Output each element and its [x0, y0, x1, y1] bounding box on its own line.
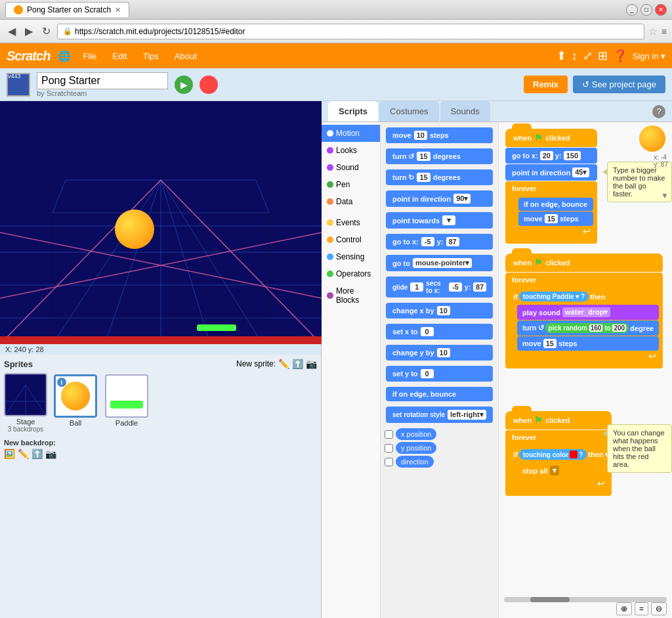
- editor-help-button[interactable]: ?: [652, 105, 665, 118]
- browser-menu-button[interactable]: ≡: [662, 26, 667, 37]
- block-set-x[interactable]: set x to 0: [385, 322, 494, 341]
- forever-block-1[interactable]: forever: [505, 181, 597, 196]
- remix-button[interactable]: Remix: [524, 76, 568, 93]
- camera-backdrop-button[interactable]: 📷: [45, 449, 56, 459]
- forward-button[interactable]: ▶: [22, 24, 35, 39]
- x-position-reporter[interactable]: x position: [385, 428, 494, 440]
- block-glide[interactable]: glide 1 secs to x: -5 y: 87: [385, 275, 494, 299]
- y-position-reporter[interactable]: y position: [385, 442, 494, 454]
- set-y-value[interactable]: 0: [421, 369, 434, 378]
- stop-button[interactable]: [200, 76, 218, 94]
- globe-icon[interactable]: 🌐: [58, 50, 71, 62]
- window-maximize-button[interactable]: □: [640, 4, 652, 16]
- block-move-steps[interactable]: move 10 steps: [385, 126, 494, 144]
- y-position-block[interactable]: y position: [396, 442, 436, 454]
- paint-backdrop-button[interactable]: 🖼️: [4, 449, 15, 459]
- rotation-style-value[interactable]: left-right▾: [448, 410, 486, 420]
- goto-xy-block-1[interactable]: go to x: 20 y: 150: [505, 148, 597, 164]
- category-control[interactable]: Control: [322, 231, 380, 248]
- move-value[interactable]: 10: [414, 131, 427, 140]
- file-menu[interactable]: File: [79, 49, 100, 64]
- refresh-button[interactable]: ↻: [39, 24, 53, 39]
- block-go-to-xy[interactable]: go to x: -5 y: 87: [385, 232, 494, 251]
- category-sensing[interactable]: Sensing: [322, 248, 380, 265]
- block-edge-bounce[interactable]: if on edge, bounce: [385, 386, 494, 403]
- back-button[interactable]: ◀: [5, 24, 18, 39]
- forever-block-3[interactable]: forever: [505, 430, 612, 445]
- edit-backdrop-button[interactable]: ✏️: [18, 449, 29, 459]
- fullscreen-icon[interactable]: ⊞: [598, 49, 608, 63]
- project-name-input[interactable]: [37, 72, 168, 89]
- upload-sprite-button[interactable]: ⬆️: [292, 359, 303, 369]
- tips-menu[interactable]: Tips: [139, 49, 163, 64]
- category-pen[interactable]: Pen: [322, 176, 380, 193]
- sign-in-button[interactable]: Sign in ▾: [633, 51, 665, 61]
- mouse-pointer-value[interactable]: mouse-pointer▾: [413, 258, 472, 268]
- glide-secs-value[interactable]: 1: [410, 282, 423, 292]
- block-change-x[interactable]: change x by 10: [385, 301, 494, 320]
- towards-value[interactable]: ▾: [442, 215, 455, 225]
- help-icon[interactable]: ❓: [613, 49, 627, 63]
- block-turn-right[interactable]: turn ↻ 15 degrees: [385, 168, 494, 187]
- goto-y-value[interactable]: 87: [446, 237, 459, 246]
- x-position-checkbox[interactable]: [385, 430, 393, 439]
- tab-scripts[interactable]: Scripts: [328, 101, 378, 121]
- turn-right-value[interactable]: 15: [417, 173, 430, 182]
- if-touching-paddle[interactable]: if touching Paddle ▾ ? then: [509, 289, 659, 304]
- upload-backdrop-button[interactable]: ⬆️: [32, 449, 43, 459]
- hat-block-2[interactable]: when ⚑ clicked: [505, 254, 663, 272]
- direction-block[interactable]: direction: [396, 456, 434, 468]
- category-looks[interactable]: Looks: [322, 142, 380, 159]
- zoom-in-button[interactable]: ⊕: [616, 602, 632, 615]
- zoom-out-button[interactable]: ⊖: [651, 602, 667, 615]
- category-operators[interactable]: Operators: [322, 265, 380, 282]
- play-sound-block[interactable]: play sound water_drop▾: [517, 305, 659, 320]
- glide-x-value[interactable]: -5: [449, 282, 462, 292]
- see-project-button[interactable]: ↺ See project page: [573, 76, 665, 93]
- tab-close-button[interactable]: ✕: [115, 6, 121, 14]
- category-more-blocks[interactable]: More Blocks: [322, 282, 380, 309]
- set-x-value[interactable]: 0: [421, 327, 434, 336]
- move-15-inner[interactable]: move 15 steps: [518, 211, 593, 226]
- green-flag-button[interactable]: ▶: [175, 76, 193, 94]
- edit-menu[interactable]: Edit: [108, 49, 131, 64]
- turn-random-block[interactable]: turn ↺ pick random 160 to 200 degree: [517, 320, 659, 336]
- camera-sprite-button[interactable]: 📷: [306, 359, 317, 369]
- direction-reporter[interactable]: direction: [385, 456, 494, 468]
- browser-tab[interactable]: Pong Starter on Scratch ✕: [5, 2, 129, 17]
- block-go-to-mouse[interactable]: go to mouse-pointer▾: [385, 254, 494, 273]
- category-motion[interactable]: Motion: [322, 125, 380, 142]
- category-sound[interactable]: Sound: [322, 159, 380, 176]
- block-point-towards[interactable]: point towards ▾: [385, 211, 494, 230]
- block-rotation-style[interactable]: set rotation style left-right▾: [385, 405, 494, 424]
- block-turn-left[interactable]: turn ↺ 15 degrees: [385, 147, 494, 166]
- tab-costumes[interactable]: Costumes: [379, 101, 439, 121]
- script-canvas[interactable]: when ⚑ clicked go to x: 20 y: 150: [499, 122, 672, 618]
- tab-sounds[interactable]: Sounds: [440, 101, 490, 121]
- window-minimize-button[interactable]: _: [626, 4, 638, 16]
- category-events[interactable]: Events: [322, 214, 380, 231]
- paint-sprite-button[interactable]: ✏️: [278, 359, 289, 369]
- y-position-checkbox[interactable]: [385, 444, 393, 452]
- block-point-direction[interactable]: point in direction 90▾: [385, 189, 494, 208]
- stage-item[interactable]: Stage 3 backdrops: [4, 373, 47, 433]
- stage-canvas[interactable]: [0, 101, 322, 344]
- move-15-block-2[interactable]: move 15 steps: [517, 336, 659, 351]
- if-touching-color[interactable]: if touching color ? then ▼: [509, 447, 608, 462]
- zoom-fit-button[interactable]: =: [635, 602, 648, 615]
- edge-bounce-inner[interactable]: if on edge, bounce: [518, 198, 593, 211]
- x-position-block[interactable]: x position: [396, 428, 436, 440]
- change-y-value[interactable]: 10: [437, 348, 450, 357]
- paddle-sprite-item[interactable]: Paddle: [104, 373, 150, 433]
- sprite-info-icon[interactable]: i: [57, 378, 66, 387]
- glide-y-value[interactable]: 87: [473, 282, 486, 292]
- arrow-icon[interactable]: ↕: [572, 49, 578, 63]
- window-close-button[interactable]: ✕: [655, 4, 667, 16]
- bookmark-button[interactable]: ☆: [648, 25, 658, 37]
- hat-block-1[interactable]: when ⚑ clicked: [505, 129, 597, 147]
- category-data[interactable]: Data: [322, 193, 380, 210]
- upload-icon[interactable]: ⬆: [556, 49, 566, 63]
- ball-sprite-item[interactable]: i Ball: [52, 373, 98, 433]
- direction-value[interactable]: 90▾: [453, 194, 471, 204]
- turn-left-value[interactable]: 15: [417, 152, 430, 161]
